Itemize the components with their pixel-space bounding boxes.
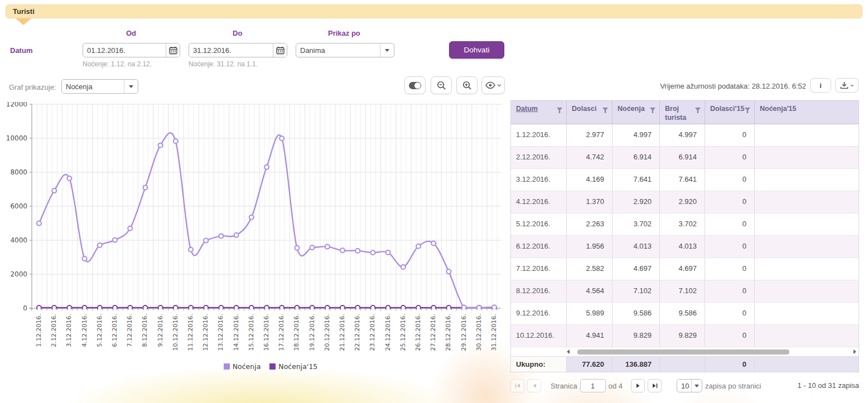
table-row[interactable]: 4.12.2016.1.3702.9202.9200 — [511, 191, 859, 213]
scroll-right-icon[interactable] — [853, 349, 856, 354]
calendar-icon[interactable] — [273, 43, 287, 57]
data-point-marker[interactable] — [446, 269, 451, 274]
data-point-marker[interactable] — [355, 305, 360, 310]
data-point-marker[interactable] — [325, 245, 330, 249]
next-page-button[interactable] — [631, 379, 645, 392]
data-point-marker[interactable] — [143, 305, 147, 310]
data-point-marker[interactable] — [295, 305, 299, 310]
series-visibility-button[interactable] — [481, 76, 505, 94]
data-point-marker[interactable] — [173, 139, 178, 143]
data-point-marker[interactable] — [264, 305, 269, 310]
data-point-marker[interactable] — [37, 305, 41, 310]
data-point-marker[interactable] — [446, 305, 451, 310]
data-point-marker[interactable] — [355, 249, 360, 253]
data-point-marker[interactable] — [492, 305, 496, 309]
data-point-marker[interactable] — [431, 241, 436, 245]
data-point-marker[interactable] — [234, 233, 239, 237]
data-point-marker[interactable] — [113, 305, 117, 310]
filter-funnel-icon[interactable] — [650, 108, 655, 113]
data-point-marker[interactable] — [83, 256, 87, 261]
data-point-marker[interactable] — [67, 176, 71, 181]
data-point-marker[interactable] — [158, 305, 163, 310]
table-row[interactable]: 10.12.2016.4.9419.8299.8290 — [511, 325, 859, 347]
data-point-marker[interactable] — [113, 238, 117, 242]
data-point-marker[interactable] — [204, 239, 208, 243]
last-page-button[interactable] — [648, 379, 662, 392]
data-point-marker[interactable] — [310, 245, 315, 250]
dohvati-button[interactable]: Dohvati — [449, 41, 504, 59]
data-point-marker[interactable] — [325, 305, 330, 310]
data-point-marker[interactable] — [173, 305, 178, 310]
calendar-icon[interactable] — [166, 43, 180, 57]
data-point-marker[interactable] — [279, 136, 284, 140]
table-row[interactable]: 1.12.2016.2.9774.9974.9970 — [511, 124, 859, 147]
page-size-select[interactable]: 10 — [677, 379, 702, 392]
legend-item[interactable]: Noćenja'15 — [269, 362, 317, 371]
data-point-marker[interactable] — [477, 305, 481, 310]
scrollbar-thumb[interactable] — [577, 349, 789, 355]
data-point-marker[interactable] — [83, 305, 87, 310]
filter-funnel-icon[interactable] — [745, 108, 750, 113]
column-header-dolasci15[interactable]: Dolasci'15 — [705, 101, 755, 124]
data-point-marker[interactable] — [370, 250, 375, 255]
filter-funnel-icon[interactable] — [602, 108, 608, 113]
column-header-datum[interactable]: Datum — [511, 101, 567, 124]
data-point-marker[interactable] — [249, 305, 254, 310]
data-point-marker[interactable] — [416, 244, 421, 249]
data-point-marker[interactable] — [340, 305, 345, 310]
info-button[interactable]: i — [810, 78, 831, 93]
prikaz-po-select[interactable]: Danima — [296, 43, 394, 57]
data-point-marker[interactable] — [340, 248, 345, 253]
data-point-marker[interactable] — [401, 305, 406, 310]
data-point-marker[interactable] — [401, 265, 406, 269]
first-page-button[interactable] — [510, 379, 524, 392]
scrollbar-track[interactable] — [572, 349, 851, 355]
data-point-marker[interactable] — [128, 305, 132, 310]
data-point-marker[interactable] — [249, 215, 254, 220]
data-point-marker[interactable] — [386, 250, 390, 255]
filter-funnel-icon[interactable] — [695, 108, 701, 113]
column-header-dolasci[interactable]: Dolasci — [567, 101, 613, 124]
data-point-marker[interactable] — [143, 185, 147, 190]
data-point-marker[interactable] — [416, 305, 421, 310]
data-point-marker[interactable] — [98, 243, 102, 247]
data-point-marker[interactable] — [462, 305, 466, 309]
chart-toggle-button[interactable] — [404, 76, 426, 94]
graf-prikazuje-select[interactable]: Noćenja — [61, 79, 138, 94]
tab-turisti[interactable]: Turisti — [6, 4, 862, 18]
data-point-marker[interactable] — [158, 143, 163, 148]
table-row[interactable]: 3.12.2016.4.1697.6417.6410 — [511, 169, 859, 191]
table-row[interactable]: 5.12.2016.2.2633.7023.7020 — [511, 213, 859, 236]
data-point-marker[interactable] — [279, 305, 284, 310]
legend-item[interactable]: Noćenja — [224, 362, 261, 371]
date-from-input[interactable] — [83, 43, 166, 57]
data-point-marker[interactable] — [219, 305, 223, 310]
page-number-input[interactable] — [580, 379, 606, 392]
data-point-marker[interactable] — [52, 305, 56, 310]
data-point-marker[interactable] — [264, 165, 269, 169]
data-point-marker[interactable] — [98, 305, 102, 310]
table-row[interactable]: 7.12.2016.2.5824.6974.6970 — [511, 258, 859, 280]
column-header-nocenja[interactable]: Noćenja — [613, 101, 660, 124]
data-point-marker[interactable] — [37, 221, 41, 226]
table-row[interactable]: 9.12.2016.5.9899.5869.5860 — [511, 303, 859, 325]
data-point-marker[interactable] — [295, 246, 299, 250]
data-point-marker[interactable] — [52, 188, 56, 193]
filter-funnel-icon[interactable] — [557, 108, 562, 113]
data-point-marker[interactable] — [386, 305, 390, 310]
data-point-marker[interactable] — [219, 234, 223, 238]
date-to-input[interactable] — [189, 43, 273, 57]
zoom-in-button[interactable] — [456, 76, 478, 94]
data-point-marker[interactable] — [431, 305, 436, 310]
table-row[interactable]: 6.12.2016.1.9564.0134.0130 — [511, 236, 859, 258]
data-point-marker[interactable] — [128, 226, 132, 231]
column-header-broj-turista[interactable]: Broj turista — [660, 101, 705, 124]
data-point-marker[interactable] — [370, 305, 375, 310]
zoom-out-button[interactable] — [431, 76, 452, 94]
data-point-marker[interactable] — [204, 305, 208, 310]
data-point-marker[interactable] — [234, 305, 239, 310]
data-point-marker[interactable] — [189, 305, 193, 310]
horizontal-scrollbar[interactable] — [511, 347, 859, 357]
scroll-left-icon[interactable] — [567, 349, 570, 354]
data-point-marker[interactable] — [189, 247, 193, 252]
